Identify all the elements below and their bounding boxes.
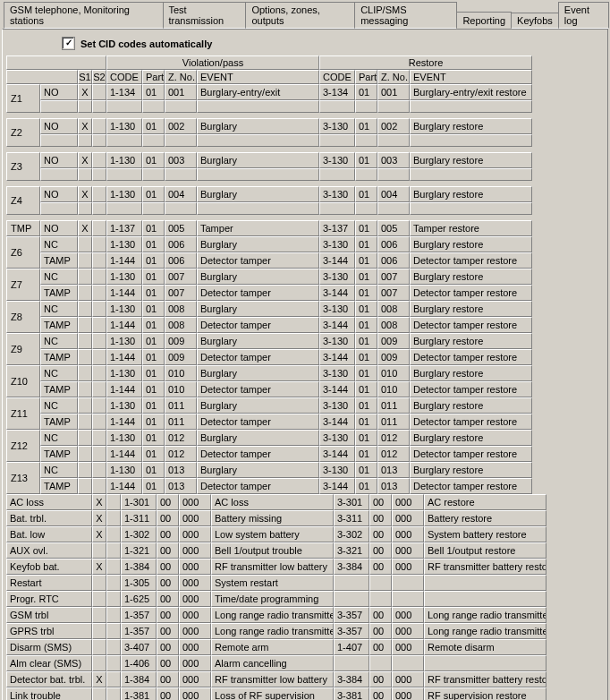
zone-z3-b-vpart[interactable] (142, 168, 165, 181)
zone-z4-b-rcode[interactable] (319, 202, 355, 215)
zone-z10-a-vcode[interactable]: 1-130 (106, 365, 142, 381)
misc-s1[interactable]: X (92, 526, 106, 542)
misc-vpart[interactable]: 00 (157, 542, 179, 559)
misc-rcode[interactable]: 3-302 (334, 526, 369, 542)
zone-z4-a-rpart[interactable]: 01 (355, 186, 377, 202)
misc-vzno[interactable]: 000 (179, 687, 211, 700)
zone-z3-b-rzno[interactable] (377, 168, 410, 181)
zone-z8-b-vpart[interactable]: 01 (142, 317, 165, 333)
zone-z11-b-vzno[interactable]: 011 (165, 414, 197, 430)
zone-z12-b-rzno[interactable]: 012 (377, 446, 410, 462)
misc-vzno[interactable]: 000 (179, 607, 211, 623)
misc-s2[interactable] (106, 671, 121, 687)
zone-z10-b-s2[interactable] (92, 381, 106, 397)
misc-vzno[interactable]: 000 (179, 510, 211, 526)
zone-z7-a-rpart[interactable]: 01 (355, 269, 377, 285)
zone-z9-a-s1[interactable] (78, 333, 92, 349)
zone-z3-b-rpart[interactable] (355, 168, 377, 181)
misc-s1[interactable] (92, 623, 106, 639)
misc-vcode[interactable]: 1-357 (121, 607, 157, 623)
misc-rpart[interactable]: 00 (369, 494, 392, 510)
zone-z7-a-s2[interactable] (92, 269, 106, 285)
zone-z9-a-vpart[interactable]: 01 (142, 333, 165, 349)
zone-z9-b-rcode[interactable]: 3-144 (319, 349, 355, 365)
zone-z4-a-rcode[interactable]: 3-130 (319, 186, 355, 202)
zone-z6-b-rcode[interactable]: 3-144 (319, 252, 355, 269)
zone-z11-b-vcode[interactable]: 1-144 (106, 414, 142, 430)
zone-z8-b-vcode[interactable]: 1-144 (106, 317, 142, 333)
zone-z12-b-rcode[interactable]: 3-144 (319, 446, 355, 462)
misc-s2[interactable] (106, 510, 121, 526)
misc-rzno[interactable]: 000 (392, 494, 424, 510)
misc-rpart[interactable]: 00 (369, 623, 392, 639)
zone-z1-b-rpart[interactable] (355, 100, 377, 113)
misc-rcode[interactable] (334, 575, 369, 591)
zone-z6-a-rcode[interactable]: 3-130 (319, 236, 355, 252)
zone-z13-a-vzno[interactable]: 013 (165, 462, 197, 478)
zone-z10-a-vzno[interactable]: 010 (165, 365, 197, 381)
misc-rpart[interactable]: 00 (369, 526, 392, 542)
zone-z11-a-rcode[interactable]: 3-130 (319, 397, 355, 414)
zone-z4-a-vpart[interactable]: 01 (142, 186, 165, 202)
zone-z13-a-s2[interactable] (92, 462, 106, 478)
zone-z3-a-rzno[interactable]: 003 (377, 152, 410, 168)
zone-z10-b-rpart[interactable]: 01 (355, 381, 377, 397)
misc-rzno[interactable]: 000 (392, 542, 424, 559)
misc-s1[interactable] (92, 639, 106, 655)
zone-z9-a-vcode[interactable]: 1-130 (106, 333, 142, 349)
misc-rzno[interactable] (392, 591, 424, 607)
zone-z11-a-vcode[interactable]: 1-130 (106, 397, 142, 414)
misc-rzno[interactable]: 000 (392, 607, 424, 623)
zone-z8-a-s1[interactable] (78, 301, 92, 317)
misc-vzno[interactable]: 000 (179, 542, 211, 559)
misc-vcode[interactable]: 1-302 (121, 526, 157, 542)
zone-z1-b-vcode[interactable] (106, 100, 142, 113)
misc-rpart[interactable] (369, 575, 392, 591)
misc-vzno[interactable]: 000 (179, 671, 211, 687)
zone-z7-b-vcode[interactable]: 1-144 (106, 285, 142, 301)
zone-z1-a-rzno[interactable]: 001 (377, 84, 410, 100)
zone-z2-a-vzno[interactable]: 002 (165, 118, 197, 134)
zone-z2-b-rpart[interactable] (355, 134, 377, 147)
zone-z10-a-sig[interactable]: NC (40, 365, 78, 381)
zone-z13-a-rpart[interactable]: 01 (355, 462, 377, 478)
zone-z8-b-rcode[interactable]: 3-144 (319, 317, 355, 333)
zone-z13-a-s1[interactable] (78, 462, 92, 478)
zone-z13-b-sig[interactable]: TAMP (40, 478, 78, 494)
misc-rpart[interactable] (369, 655, 392, 671)
zone-z13-b-s1[interactable] (78, 478, 92, 494)
tab-reporting[interactable]: Reporting (456, 12, 512, 29)
zone-z10-b-s1[interactable] (78, 381, 92, 397)
zone-z6-a-s1[interactable] (78, 236, 92, 252)
zone-z9-b-vcode[interactable]: 1-144 (106, 349, 142, 365)
misc-s1[interactable]: X (92, 510, 106, 526)
zone-z7-b-rpart[interactable]: 01 (355, 285, 377, 301)
zone-z11-b-rpart[interactable]: 01 (355, 414, 377, 430)
zone-z1-b-s1[interactable] (78, 100, 92, 113)
zone-z6-b-s1[interactable] (78, 252, 92, 269)
zone-z7-b-rcode[interactable]: 3-144 (319, 285, 355, 301)
misc-vcode[interactable]: 1-321 (121, 542, 157, 559)
set-cid-auto-checkbox[interactable] (62, 37, 75, 50)
misc-vpart[interactable]: 00 (157, 639, 179, 655)
zone-z11-b-sig[interactable]: TAMP (40, 414, 78, 430)
zone-z10-b-rcode[interactable]: 3-144 (319, 381, 355, 397)
zone-z2-a-s2[interactable] (92, 118, 106, 134)
zone-z8-a-s2[interactable] (92, 301, 106, 317)
zone-z10-b-vpart[interactable]: 01 (142, 381, 165, 397)
tmp-vzno[interactable]: 005 (165, 220, 197, 236)
zone-z11-b-s1[interactable] (78, 414, 92, 430)
zone-z12-b-vpart[interactable]: 01 (142, 446, 165, 462)
zone-z8-a-vzno[interactable]: 008 (165, 301, 197, 317)
zone-z9-b-rzno[interactable]: 009 (377, 349, 410, 365)
zone-z9-a-rzno[interactable]: 009 (377, 333, 410, 349)
misc-rzno[interactable] (392, 655, 424, 671)
misc-rcode[interactable]: 3-384 (334, 559, 369, 575)
zone-z3-b-vzno[interactable] (165, 168, 197, 181)
zone-z7-a-rzno[interactable]: 007 (377, 269, 410, 285)
zone-z4-b-s2[interactable] (92, 202, 106, 215)
misc-rcode[interactable]: 3-381 (334, 687, 369, 700)
zone-z9-a-s2[interactable] (92, 333, 106, 349)
zone-z9-a-rpart[interactable]: 01 (355, 333, 377, 349)
zone-z6-a-vpart[interactable]: 01 (142, 236, 165, 252)
